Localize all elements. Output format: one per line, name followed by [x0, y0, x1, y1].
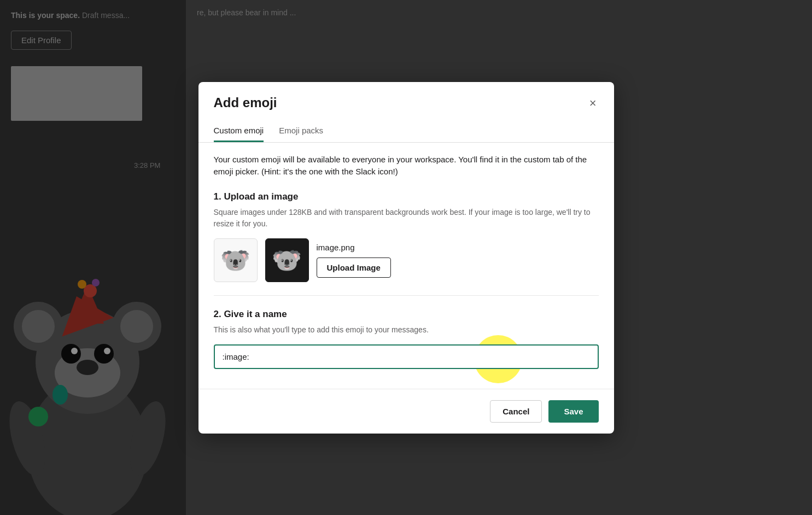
modal-title: Add emoji — [214, 95, 277, 110]
preview-emoji-dark: 🐨 — [272, 248, 302, 272]
modal-description: Your custom emoji will be available to e… — [214, 154, 599, 178]
close-button[interactable]: × — [587, 95, 599, 112]
preview-light: 🐨 — [214, 238, 258, 282]
upload-section: 1. Upload an image Square images under 1… — [214, 191, 599, 282]
upload-section-desc: Square images under 128KB and with trans… — [214, 207, 599, 230]
preview-dark: 🐨 — [265, 238, 309, 282]
name-input-wrapper — [214, 344, 599, 369]
upload-section-title: 1. Upload an image — [214, 191, 599, 202]
filename-label: image.png — [317, 243, 391, 252]
modal-overlay: Add emoji × Custom emoji Emoji packs You… — [0, 0, 812, 515]
modal-tabs: Custom emoji Emoji packs — [198, 120, 614, 143]
save-button[interactable]: Save — [548, 400, 598, 423]
section-divider — [214, 295, 599, 296]
upload-area: 🐨 🐨 image.png Upload Image — [214, 238, 599, 282]
add-emoji-modal: Add emoji × Custom emoji Emoji packs You… — [198, 82, 614, 434]
tab-custom-emoji[interactable]: Custom emoji — [214, 120, 264, 142]
name-section-title: 2. Give it a name — [214, 309, 599, 320]
emoji-name-input[interactable] — [214, 344, 599, 369]
tab-emoji-packs[interactable]: Emoji packs — [279, 120, 323, 142]
cancel-button[interactable]: Cancel — [490, 400, 542, 423]
name-section-desc: This is also what you'll type to add thi… — [214, 324, 599, 336]
name-section: 2. Give it a name This is also what you'… — [214, 309, 599, 369]
modal-header: Add emoji × — [198, 82, 614, 112]
preview-emoji-light: 🐨 — [220, 248, 250, 272]
upload-info: image.png Upload Image — [317, 243, 391, 278]
modal-body: Your custom emoji will be available to e… — [198, 143, 614, 384]
upload-image-button[interactable]: Upload Image — [317, 258, 391, 278]
modal-footer: Cancel Save — [198, 389, 614, 434]
